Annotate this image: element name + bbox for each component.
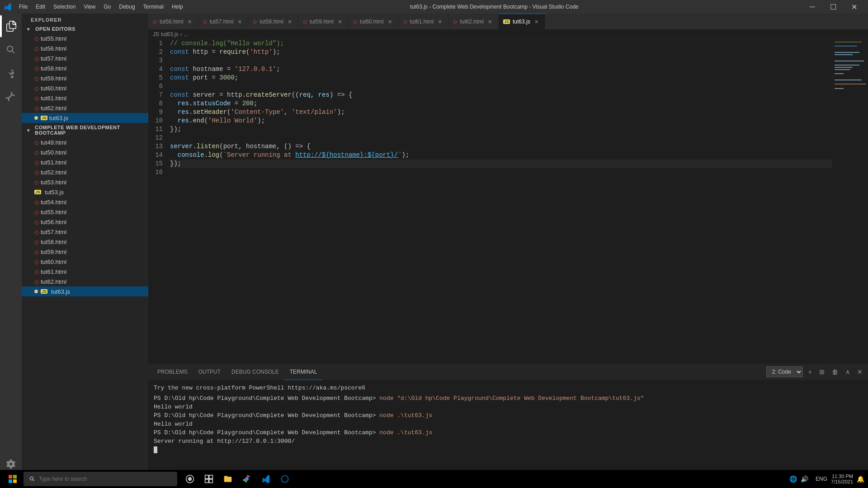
search-input[interactable] <box>39 476 172 482</box>
tab-close-icon[interactable]: × <box>436 18 443 25</box>
tab-tut57[interactable]: ◇ tut57.html × <box>198 14 249 29</box>
tab-close-icon[interactable]: × <box>336 18 344 25</box>
menu-file[interactable]: File <box>15 3 31 11</box>
tab-tut56[interactable]: ◇ tut56.html × <box>148 14 198 29</box>
open-file-tut63[interactable]: JS tut63.js <box>22 113 148 123</box>
file-tut63[interactable]: JS tut63.js <box>22 286 148 296</box>
html-icon: ◇ <box>34 45 39 52</box>
open-file-tut55[interactable]: ◇ tut55.html <box>22 33 148 43</box>
menu-selection[interactable]: Selection <box>50 3 79 11</box>
file-tut53html[interactable]: ◇tut53.html <box>22 177 148 187</box>
activity-source-control[interactable] <box>0 62 22 84</box>
file-tut49[interactable]: ◇tut49.html <box>22 137 148 147</box>
notifications-icon[interactable]: 🔔 <box>857 475 864 483</box>
menu-go[interactable]: Go <box>100 3 114 11</box>
tab-close-icon[interactable]: × <box>186 18 193 25</box>
menu-help[interactable]: Help <box>168 3 187 11</box>
file-tut55[interactable]: ◇tut55.html <box>22 207 148 217</box>
open-file-tut60[interactable]: ◇ tut60.html <box>22 83 148 93</box>
volume-icon[interactable]: 🔊 <box>801 475 808 483</box>
open-editors-section[interactable]: ▾ Open Editors <box>22 24 148 33</box>
tab-close-icon[interactable]: × <box>486 18 494 25</box>
file-tut57[interactable]: ◇tut57.html <box>22 227 148 237</box>
new-terminal-button[interactable]: + <box>807 366 814 377</box>
file-tut50[interactable]: ◇tut50.html <box>22 147 148 157</box>
menu-edit[interactable]: Edit <box>32 3 49 11</box>
activity-search[interactable] <box>0 39 22 61</box>
taskbar-task-view[interactable] <box>200 470 218 488</box>
close-button[interactable]: ✕ <box>844 0 864 14</box>
taskbar-chrome[interactable] <box>238 470 256 488</box>
taskbar-file-explorer[interactable] <box>219 470 237 488</box>
menu-terminal[interactable]: Terminal <box>140 3 167 11</box>
file-tut53js[interactable]: JStut53.js <box>22 187 148 197</box>
split-terminal-button[interactable]: ⊞ <box>817 366 826 377</box>
open-file-tut59[interactable]: ◇ tut59.html <box>22 73 148 83</box>
svg-rect-21 <box>205 479 209 483</box>
panel-tab-debug-console[interactable]: DEBUG CONSOLE <box>226 364 284 380</box>
taskbar-cortana[interactable] <box>181 470 199 488</box>
panel-tab-terminal[interactable]: TERMINAL <box>284 364 323 380</box>
file-tut52[interactable]: ◇tut52.html <box>22 167 148 177</box>
file-tut59[interactable]: ◇tut59.html <box>22 247 148 257</box>
tray-language[interactable]: ENG <box>816 476 827 482</box>
sidebar-title: Explorer <box>22 14 148 24</box>
code-content[interactable]: // console.log("Hello world"); const htt… <box>166 39 832 364</box>
open-file-tut56[interactable]: ◇ tut56.html <box>22 43 148 53</box>
tab-close-icon[interactable]: × <box>387 18 394 25</box>
svg-point-18 <box>188 477 192 481</box>
svg-rect-12 <box>835 88 844 89</box>
taskbar-edge[interactable] <box>276 470 294 488</box>
html-icon: ◇ <box>34 278 39 285</box>
maximize-button[interactable]: ☐ <box>823 0 844 14</box>
file-tut62[interactable]: ◇tut62.html <box>22 277 148 286</box>
panel-tab-output[interactable]: OUTPUT <box>193 364 226 380</box>
activity-extensions[interactable] <box>0 86 22 108</box>
network-icon[interactable]: 🌐 <box>789 475 797 483</box>
tab-tut62[interactable]: ◇ tut62.html × <box>448 14 499 29</box>
kill-terminal-button[interactable]: 🗑 <box>830 366 840 377</box>
menu-debug[interactable]: Debug <box>115 3 138 11</box>
tab-close-icon[interactable]: × <box>236 18 243 25</box>
file-tut60[interactable]: ◇tut60.html <box>22 257 148 267</box>
svg-rect-11 <box>835 84 866 84</box>
tab-tut61[interactable]: ◇ tut61.html × <box>399 14 449 29</box>
html-icon: ◇ <box>34 209 39 216</box>
search-bar[interactable] <box>24 472 177 486</box>
tab-tut60[interactable]: ◇ tut60.html × <box>349 14 399 29</box>
tab-close-icon[interactable]: × <box>533 18 540 25</box>
file-tut58[interactable]: ◇tut58.html <box>22 237 148 247</box>
open-file-tut61[interactable]: ◇ tut61.html <box>22 93 148 103</box>
open-file-tut58[interactable]: ◇ tut58.html <box>22 63 148 73</box>
svg-rect-1 <box>835 42 862 42</box>
panel-tab-problems[interactable]: PROBLEMS <box>152 364 193 380</box>
activity-explorer[interactable] <box>0 15 22 37</box>
maximize-panel-button[interactable]: ∧ <box>844 366 852 377</box>
breadcrumb: JS tut63.js › ... <box>148 29 868 39</box>
open-file-tut57[interactable]: ◇ tut57.html <box>22 53 148 63</box>
code-editor[interactable]: 1 2 3 4 5 6 7 8 9 10 11 12 13 14 15 16 <box>148 39 868 364</box>
minimize-button[interactable]: ─ <box>802 0 823 14</box>
file-tut54[interactable]: ◇tut54.html <box>22 197 148 207</box>
tab-tut63[interactable]: JS tut63.js × <box>499 14 545 29</box>
code-line-14: console.log(`Server running at http://${… <box>170 151 832 160</box>
file-tut56[interactable]: ◇tut56.html <box>22 217 148 227</box>
project-section[interactable]: ▾ Complete Web Development Bootcamp <box>22 123 148 137</box>
tab-tut58[interactable]: ◇ tut58.html × <box>248 14 298 29</box>
file-tut51[interactable]: ◇tut51.html <box>22 157 148 167</box>
terminal-selector[interactable]: 2: Code 1: bash <box>766 366 803 377</box>
taskbar-vscode[interactable] <box>257 470 275 488</box>
menu-view[interactable]: View <box>80 3 99 11</box>
html-icon: ◇ <box>34 105 39 112</box>
svg-rect-22 <box>209 479 213 483</box>
breadcrumb-more: ... <box>184 31 189 38</box>
terminal[interactable]: Try the new cross-platform PowerShell ht… <box>148 380 868 477</box>
activity-bar <box>0 14 22 477</box>
file-tut61[interactable]: ◇tut61.html <box>22 267 148 277</box>
close-panel-button[interactable]: ✕ <box>855 366 864 377</box>
tab-close-icon[interactable]: × <box>286 18 293 25</box>
start-button[interactable] <box>4 470 22 488</box>
open-file-tut62[interactable]: ◇ tut62.html <box>22 103 148 113</box>
svg-rect-9 <box>835 73 844 74</box>
tab-tut59[interactable]: ◇ tut59.html × <box>298 14 349 29</box>
